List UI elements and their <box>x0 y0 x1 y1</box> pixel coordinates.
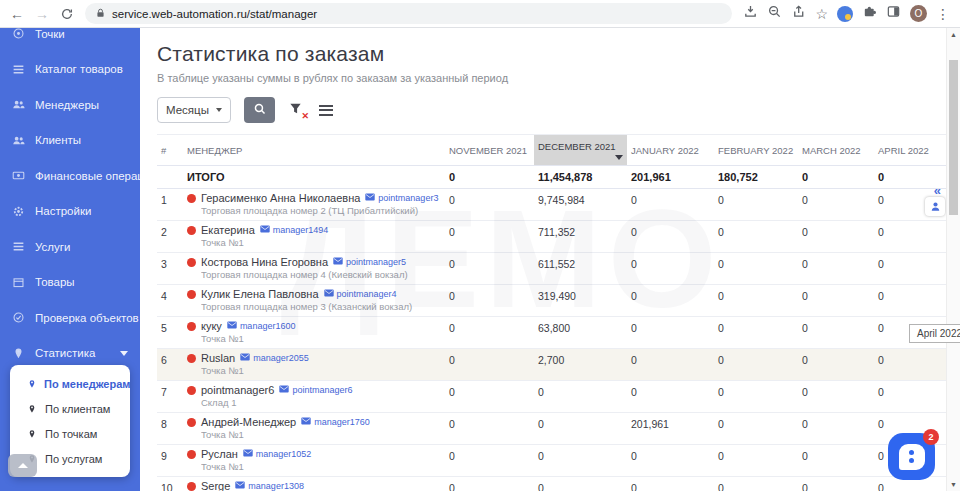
user-panel-button[interactable] <box>925 197 945 216</box>
month-value: 0 <box>445 189 534 221</box>
profile-avatar[interactable]: O <box>910 5 927 22</box>
forward-icon[interactable]: → <box>35 7 49 21</box>
sidebar-item[interactable]: Менеджеры <box>0 87 140 123</box>
submenu-item[interactable]: По клиентам <box>10 396 130 421</box>
column-header[interactable]: FEBRUARY 2022 <box>714 135 798 166</box>
manager-login-link[interactable]: manager1760 <box>301 417 370 427</box>
month-value: 0 <box>534 445 627 477</box>
month-value: 0 <box>534 381 627 413</box>
submenu-item-label: По менеджерам <box>44 378 130 390</box>
collapse-panel-icon[interactable]: « <box>934 184 941 197</box>
row-number: 9 <box>157 445 183 477</box>
month-value: 0 <box>445 349 534 381</box>
column-header[interactable]: # <box>157 135 183 166</box>
sidebar-item-label: Каталог товаров <box>35 63 123 75</box>
submenu-item-label: По клиентам <box>45 403 110 415</box>
table-row[interactable]: 6Ruslanmanager2055Точка №102,7000000 <box>157 349 946 381</box>
manager-login-link[interactable]: manager2055 <box>240 353 309 363</box>
month-value: 0 <box>627 189 714 221</box>
table-row[interactable]: 8Андрей-Менеджерmanager1760Точка №100201… <box>157 413 946 445</box>
table-row[interactable]: 10Sergemanager1308Точка №1000000 <box>157 477 946 491</box>
column-header[interactable]: APRIL 2022 <box>874 135 946 166</box>
reload-icon[interactable] <box>60 7 74 21</box>
totals-value: 11,454,878 <box>534 166 627 189</box>
install-icon[interactable] <box>743 4 758 23</box>
table-row[interactable]: 2Екатеринаmanager1494Точка №10711,352000… <box>157 221 946 253</box>
totals-row: ИТОГО011,454,878201,961180,75200 <box>157 166 946 189</box>
sidepanel-icon[interactable] <box>886 4 901 23</box>
chat-widget-button[interactable]: 2 <box>888 433 935 480</box>
table-row[interactable]: 5кукуmanager1600Точка №1063,8000000 <box>157 317 946 349</box>
envelope-icon <box>279 385 289 395</box>
sidebar-item[interactable]: Товары <box>0 265 140 301</box>
manager-login-link[interactable]: manager1600 <box>227 321 296 331</box>
table-row[interactable]: 1Герасименко Анна Николаевнаpointmanager… <box>157 189 946 221</box>
manager-login-link[interactable]: pointmanager5 <box>333 257 406 267</box>
table-row[interactable]: 3Кострова Нина Егоровнаpointmanager5Торг… <box>157 253 946 285</box>
table-row[interactable]: 7pointmanager6pointmanager6Склад 1000000 <box>157 381 946 413</box>
vertical-scrollbar[interactable]: ▲ ▼ <box>946 28 960 491</box>
sidebar-item[interactable]: Финансовые операции <box>0 158 140 194</box>
manager-login-link[interactable]: pointmanager3 <box>365 193 438 203</box>
manager-login-link[interactable]: manager1052 <box>243 449 312 459</box>
sidebar-item-label: Точки <box>35 28 65 40</box>
puzzle-extensions-icon[interactable] <box>862 4 877 23</box>
sidebar-item[interactable]: Точки <box>0 28 140 52</box>
submenu-item[interactable]: По точкам <box>10 421 130 446</box>
month-value: 0 <box>445 477 534 491</box>
zoom-out-icon[interactable] <box>767 4 782 23</box>
back-icon[interactable]: ← <box>10 7 24 21</box>
column-header[interactable]: MARCH 2022 <box>798 135 874 166</box>
envelope-icon <box>227 321 237 331</box>
sidebar-item-label: Настройки <box>35 205 91 217</box>
sidebar-item[interactable]: Проверка объектов <box>0 300 140 336</box>
column-header[interactable]: NOVEMBER 2021 <box>445 135 534 166</box>
sidebar-item[interactable]: Каталог товаров <box>0 52 140 88</box>
bookmark-star-icon[interactable]: ☆ <box>815 7 828 21</box>
month-value: 0 <box>714 221 798 253</box>
period-select-value: Месяцы <box>166 104 209 116</box>
table-row[interactable]: 9Русланmanager1052Точка №1000000 <box>157 445 946 477</box>
sidebar-item[interactable]: Услуги <box>0 229 140 265</box>
column-header[interactable]: МЕНЕДЖЕР <box>183 135 445 166</box>
clear-filter-button[interactable]: ✕ <box>288 101 306 119</box>
check-icon <box>12 311 26 325</box>
manager-login-link[interactable]: pointmanager6 <box>279 385 352 395</box>
sidebar-collapse-button[interactable] <box>8 454 37 477</box>
month-value: 0 <box>798 381 874 413</box>
sidebar-item[interactable]: Клиенты <box>0 123 140 159</box>
manager-login-link[interactable]: manager1308 <box>235 481 304 491</box>
month-value: 2,700 <box>534 349 627 381</box>
point-name: Склад 1 <box>201 397 441 408</box>
column-header[interactable]: DECEMBER 2021 <box>534 135 627 166</box>
status-dot-icon <box>187 290 196 299</box>
sidebar-nav: ТочкиКаталог товаровМенеджерыКлиентыФина… <box>0 28 140 371</box>
address-bar[interactable]: service.web-automation.ru/stat/manager <box>85 3 732 24</box>
browser-menu-icon[interactable]: ⋮ <box>936 7 950 21</box>
month-value: 0 <box>627 317 714 349</box>
list-icon <box>12 240 26 254</box>
users-icon <box>12 133 26 147</box>
scroll-up-icon[interactable]: ▲ <box>947 31 960 38</box>
scroll-down-icon[interactable]: ▼ <box>947 481 960 488</box>
month-value: 0 <box>445 253 534 285</box>
search-button[interactable] <box>244 97 275 123</box>
submenu-item[interactable]: По менеджерам <box>10 371 130 396</box>
pin-icon <box>27 378 37 390</box>
extension-icon[interactable] <box>837 6 853 22</box>
manager-login-link[interactable]: manager1494 <box>260 225 329 235</box>
period-select[interactable]: Месяцы <box>157 97 231 123</box>
share-icon[interactable] <box>791 4 806 23</box>
month-value: 0 <box>798 317 874 349</box>
month-value: 0 <box>798 253 874 285</box>
column-header[interactable]: JANUARY 2022 <box>627 135 714 166</box>
manager-login-link[interactable]: pointmanager4 <box>324 289 397 299</box>
scrollbar-thumb[interactable] <box>949 60 958 215</box>
month-value: 0 <box>874 381 946 413</box>
month-value: 63,800 <box>534 317 627 349</box>
month-value: 0 <box>714 285 798 317</box>
row-number: 2 <box>157 221 183 253</box>
table-row[interactable]: 4Кулик Елена Павловнаpointmanager4Торгов… <box>157 285 946 317</box>
sidebar-item[interactable]: Настройки <box>0 194 140 230</box>
table-menu-icon[interactable] <box>319 105 333 116</box>
